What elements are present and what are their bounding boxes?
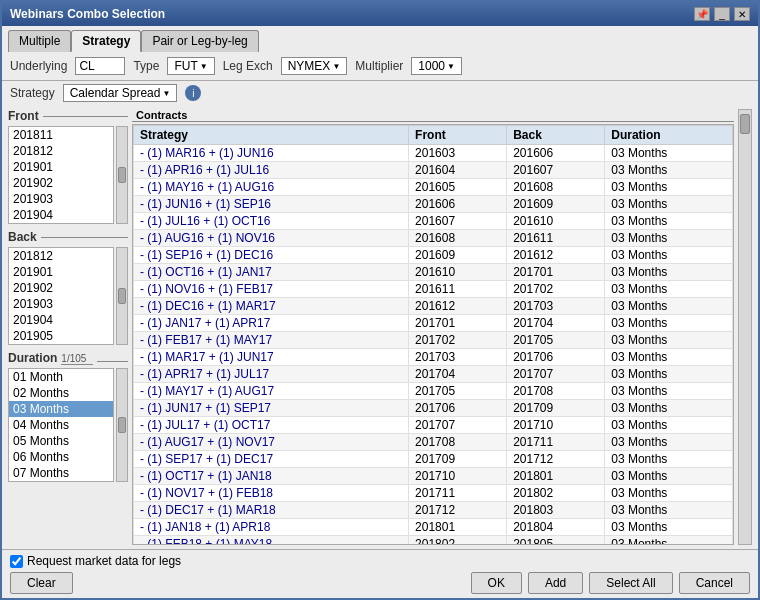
list-item[interactable]: 201903 — [9, 296, 113, 312]
list-item[interactable]: 201905 — [9, 328, 113, 344]
back-scrollbar[interactable] — [116, 247, 128, 345]
cell-back: 201610 — [507, 213, 605, 230]
list-item[interactable]: 01 Month — [9, 369, 113, 385]
tab-strategy[interactable]: Strategy — [71, 30, 141, 52]
cell-strategy: - (1) NOV16 + (1) FEB17 — [134, 281, 409, 298]
table-row[interactable]: - (1) MAY16 + (1) AUG1620160520160803 Mo… — [134, 179, 733, 196]
cell-front: 201706 — [409, 400, 507, 417]
table-row[interactable]: - (1) FEB17 + (1) MAY1720170220170503 Mo… — [134, 332, 733, 349]
contracts-table-container[interactable]: Strategy Front Back Duration - (1) MAR16… — [132, 124, 734, 545]
front-scrollbar[interactable] — [116, 126, 128, 224]
main-window: Webinars Combo Selection 📌 _ ✕ Multiple … — [0, 0, 760, 600]
cell-strategy: - (1) APR16 + (1) JUL16 — [134, 162, 409, 179]
table-row[interactable]: - (1) JAN17 + (1) APR1720170120170403 Mo… — [134, 315, 733, 332]
type-label: Type — [133, 59, 159, 73]
contracts-scrollbar[interactable] — [738, 109, 752, 545]
table-row[interactable]: - (1) JUL16 + (1) OCT1620160720161003 Mo… — [134, 213, 733, 230]
list-item[interactable]: 04 Months — [9, 417, 113, 433]
list-item-selected[interactable]: 03 Months — [9, 401, 113, 417]
list-item[interactable]: 201812 — [9, 143, 113, 159]
table-row[interactable]: - (1) OCT16 + (1) JAN1720161020170103 Mo… — [134, 264, 733, 281]
cell-duration: 03 Months — [605, 162, 733, 179]
col-duration: Duration — [605, 126, 733, 145]
list-item[interactable]: 201903 — [9, 191, 113, 207]
cell-duration: 03 Months — [605, 298, 733, 315]
duration-scrollbar[interactable] — [116, 368, 128, 482]
list-item[interactable]: 05 Months — [9, 433, 113, 449]
cell-strategy: - (1) OCT16 + (1) JAN17 — [134, 264, 409, 281]
list-item[interactable]: 07 Months — [9, 465, 113, 481]
pin-button[interactable]: 📌 — [694, 7, 710, 21]
clear-button[interactable]: Clear — [10, 572, 73, 594]
table-row[interactable]: - (1) NOV17 + (1) FEB1820171120180203 Mo… — [134, 485, 733, 502]
leg-exch-dropdown[interactable]: NYMEX ▼ — [281, 57, 348, 75]
list-item[interactable]: 02 Months — [9, 385, 113, 401]
table-row[interactable]: - (1) JUL17 + (1) OCT1720170720171003 Mo… — [134, 417, 733, 434]
table-row[interactable]: - (1) AUG16 + (1) NOV1620160820161103 Mo… — [134, 230, 733, 247]
market-data-checkbox[interactable] — [10, 555, 23, 568]
table-row[interactable]: - (1) OCT17 + (1) JAN1820171020180103 Mo… — [134, 468, 733, 485]
list-item[interactable]: 201904 — [9, 312, 113, 328]
list-item[interactable]: 201904 — [9, 207, 113, 223]
cell-duration: 03 Months — [605, 332, 733, 349]
strategy-label: Strategy — [10, 86, 55, 100]
table-row[interactable]: - (1) MAR17 + (1) JUN1720170320170603 Mo… — [134, 349, 733, 366]
add-button[interactable]: Add — [528, 572, 583, 594]
cell-front: 201610 — [409, 264, 507, 281]
table-row[interactable]: - (1) FEB18 + (1) MAY1820180220180503 Mo… — [134, 536, 733, 546]
list-item[interactable]: 06 Months — [9, 449, 113, 465]
list-item[interactable]: 201811 — [9, 127, 113, 143]
underlying-label: Underlying — [10, 59, 67, 73]
list-item[interactable]: 201902 — [9, 175, 113, 191]
table-row[interactable]: - (1) MAY17 + (1) AUG1720170520170803 Mo… — [134, 383, 733, 400]
cell-duration: 03 Months — [605, 485, 733, 502]
leg-exch-value: NYMEX — [288, 59, 331, 73]
table-row[interactable]: - (1) MAR16 + (1) JUN1620160320160603 Mo… — [134, 145, 733, 162]
table-row[interactable]: - (1) SEP16 + (1) DEC1620160920161203 Mo… — [134, 247, 733, 264]
cell-front: 201705 — [409, 383, 507, 400]
underlying-input[interactable] — [75, 57, 125, 75]
ok-button[interactable]: OK — [471, 572, 522, 594]
type-dropdown[interactable]: FUT ▼ — [167, 57, 214, 75]
cell-duration: 03 Months — [605, 468, 733, 485]
cell-strategy: - (1) JAN18 + (1) APR18 — [134, 519, 409, 536]
cell-strategy: - (1) MAR16 + (1) JUN16 — [134, 145, 409, 162]
cell-strategy: - (1) MAR17 + (1) JUN17 — [134, 349, 409, 366]
title-bar-controls: 📌 _ ✕ — [694, 7, 750, 21]
cell-back: 201801 — [507, 468, 605, 485]
cell-back: 201607 — [507, 162, 605, 179]
select-all-button[interactable]: Select All — [589, 572, 672, 594]
front-section: Front 201811 201812 201901 201902 201903… — [8, 109, 128, 224]
leg-exch-arrow-icon: ▼ — [332, 62, 340, 71]
minimize-button[interactable]: _ — [714, 7, 730, 21]
table-row[interactable]: - (1) JAN18 + (1) APR1820180120180403 Mo… — [134, 519, 733, 536]
contracts-panel: Contracts Strategy Front Back Duration -… — [132, 109, 734, 545]
table-row[interactable]: - (1) NOV16 + (1) FEB1720161120170203 Mo… — [134, 281, 733, 298]
info-button[interactable]: i — [185, 85, 201, 101]
list-item[interactable]: 201812 — [9, 248, 113, 264]
duration-scroll-thumb — [118, 417, 126, 433]
table-row[interactable]: - (1) DEC16 + (1) MAR1720161220170303 Mo… — [134, 298, 733, 315]
table-row[interactable]: - (1) AUG17 + (1) NOV1720170820171103 Mo… — [134, 434, 733, 451]
close-button[interactable]: ✕ — [734, 7, 750, 21]
table-row[interactable]: - (1) APR16 + (1) JUL1620160420160703 Mo… — [134, 162, 733, 179]
table-row[interactable]: - (1) SEP17 + (1) DEC1720170920171203 Mo… — [134, 451, 733, 468]
table-row[interactable]: - (1) DEC17 + (1) MAR1820171220180303 Mo… — [134, 502, 733, 519]
list-item[interactable]: 201901 — [9, 159, 113, 175]
tab-pair-or-leg[interactable]: Pair or Leg-by-leg — [141, 30, 258, 52]
list-item[interactable]: 201902 — [9, 280, 113, 296]
table-row[interactable]: - (1) APR17 + (1) JUL1720170420170703 Mo… — [134, 366, 733, 383]
tab-multiple[interactable]: Multiple — [8, 30, 71, 52]
button-row: Clear OK Add Select All Cancel — [10, 572, 750, 594]
table-row[interactable]: - (1) JUN17 + (1) SEP1720170620170903 Mo… — [134, 400, 733, 417]
cell-front: 201603 — [409, 145, 507, 162]
table-row[interactable]: - (1) JUN16 + (1) SEP1620160620160903 Mo… — [134, 196, 733, 213]
cell-strategy: - (1) JUL16 + (1) OCT16 — [134, 213, 409, 230]
strategy-dropdown[interactable]: Calendar Spread ▼ — [63, 84, 178, 102]
cancel-button[interactable]: Cancel — [679, 572, 750, 594]
list-item[interactable]: 201901 — [9, 264, 113, 280]
cell-duration: 03 Months — [605, 213, 733, 230]
multiplier-dropdown[interactable]: 1000 ▼ — [411, 57, 462, 75]
cell-strategy: - (1) FEB18 + (1) MAY18 — [134, 536, 409, 546]
cell-strategy: - (1) FEB17 + (1) MAY17 — [134, 332, 409, 349]
